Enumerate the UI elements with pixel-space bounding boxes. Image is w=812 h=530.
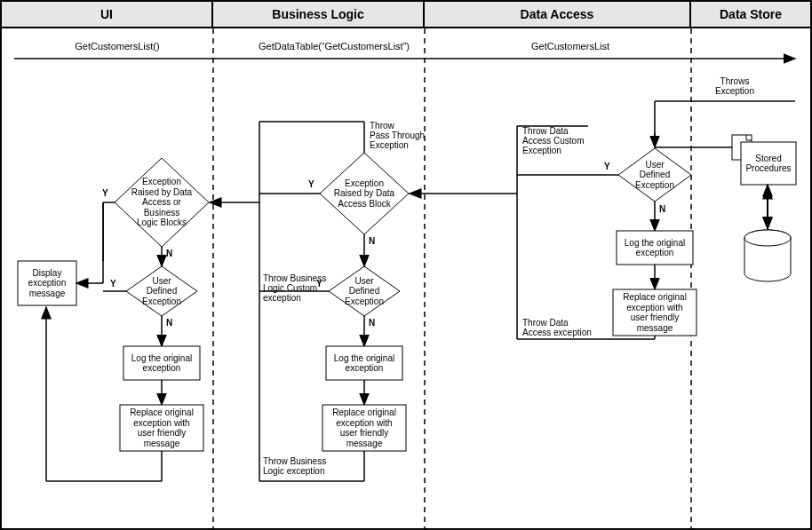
diagram-stage: UI Business Logic Data Access Data Store (0, 0, 812, 530)
bl-dec1-text: Exception Raised by Data Access Block (325, 172, 403, 215)
call-get-customers-list-da: GetCustomersList (499, 41, 641, 51)
svg-point-7 (744, 230, 791, 246)
ui-dec1-y: Y (102, 188, 108, 198)
ui-dec2-y: Y (110, 279, 116, 289)
da-log-box: Log the original exception (617, 231, 693, 265)
da-n: N (659, 204, 665, 214)
bl-log-box: Log the original exception (326, 346, 402, 380)
da-throw-exception-label: Throw Data Access exception (522, 318, 602, 337)
bl-dec1-n: N (369, 236, 375, 246)
text-stored-procedures: Stored Procedures (745, 154, 791, 174)
bl-throw-exception-label: Throw Business Logic exception (263, 456, 334, 476)
ui-dec2-n: N (166, 318, 172, 328)
call-get-data-table: GetDataTable(“GetCustomersList”) (245, 41, 423, 51)
bl-dec2-y: Y (316, 279, 322, 289)
bl-replace-box: Replace original exception with user fri… (322, 405, 406, 451)
bl-throw-custom-label: Throw Business Logic Custom exception (263, 273, 334, 303)
call-get-customers-list-ui: GetCustomersList() (55, 41, 179, 51)
ui-replace-box: Replace original exception with user fri… (120, 405, 203, 451)
da-y: Y (604, 162, 610, 171)
ui-dec1-text: Exception Raised by Data Access or Busin… (121, 178, 203, 227)
ui-dec1-n: N (166, 249, 172, 258)
ui-log-box: Log the original exception (123, 346, 200, 380)
box-stored-procedures: Stored Procedures (743, 144, 794, 183)
da-decision-text: User Defined Exception (624, 158, 686, 192)
ui-dec2-text: User Defined Exception (132, 275, 191, 307)
bl-dec2-n: N (369, 318, 375, 328)
da-replace-box: Replace original exception with user fri… (613, 289, 697, 336)
label-throws-exception: Throws Exception (704, 76, 766, 96)
bl-dec1-y: Y (308, 179, 314, 189)
bl-throw-passthrough-label: Throw Pass Through Exception (370, 121, 441, 150)
bl-dec2-text: User Defined Exception (335, 275, 394, 307)
da-throw-custom-label: Throw Data Access Custom Exception (522, 126, 602, 155)
ui-display-box: Display exception message (18, 261, 76, 305)
